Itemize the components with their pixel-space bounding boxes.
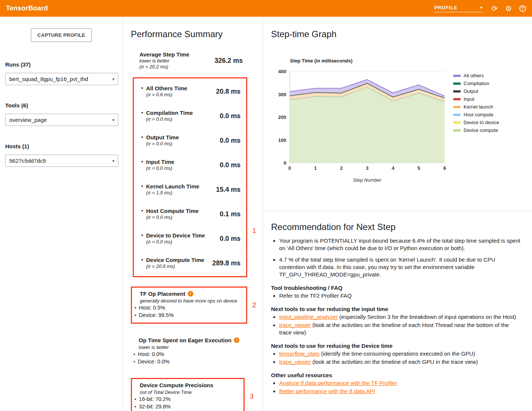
chevron-down-icon: ▾ [112, 117, 115, 123]
info-icon[interactable]: i [234, 337, 239, 343]
item-text: Refer to the TF2 Profiler FAQ [279, 292, 352, 299]
legend-item: Compilation [453, 80, 499, 87]
legend-item: All others [453, 72, 499, 80]
chevron-down-icon: ▾ [480, 5, 483, 10]
sidebar: CAPTURE PROFILE Runs (37) bert_squad_8gp… [0, 17, 123, 411]
chart-title: Step Time (in milliseconds) [290, 58, 532, 64]
svg-text:400: 400 [278, 69, 286, 74]
hosts-dropdown[interactable]: 5627c5dd7dc9 ▾ [5, 155, 118, 167]
list-item: input_pipeline_analyzer (especially Sect… [279, 313, 522, 321]
legend-item: Input [453, 95, 499, 103]
dashboard-select[interactable]: PROFILE ▾ [434, 5, 483, 12]
bullet: • [141, 208, 146, 214]
item-text: (look at the activities on the timeline … [311, 359, 478, 365]
hosts-field: Hosts (1) 5627c5dd7dc9 ▾ [5, 143, 118, 167]
metric-label: Output Time [146, 134, 179, 141]
metric-value: 0.1 ms [220, 210, 241, 218]
metric-row: • Device Compute Time (σ = 20.5 ms) 289.… [134, 251, 246, 275]
dashboard-select-value: PROFILE [434, 5, 457, 10]
metric-value: 289.8 ms [212, 259, 241, 267]
gear-icon[interactable]: ⚙ [505, 5, 512, 12]
legend-label: All others [464, 73, 484, 78]
list-item: trace_viewer (look at the activities on … [279, 321, 522, 336]
section-note: lower is better [139, 344, 263, 350]
legend-item: Device compute [453, 126, 499, 134]
tfdata-api-link[interactable]: Better performance with the tf.data API [279, 388, 375, 394]
tensorflow-stats-link[interactable]: tensorflow_stats [279, 350, 319, 357]
metric-note: lower is better [139, 58, 189, 64]
recommendation-bullet: Your program is POTENTIALLY input-bound … [279, 237, 522, 252]
metric-sigma: (σ = 20.5 ms) [146, 263, 204, 269]
metric-sigma: (σ = 0.0 ms) [146, 165, 174, 171]
metric-value: 20.8 ms [216, 88, 241, 96]
trace-viewer-link[interactable]: trace_viewer [279, 359, 311, 365]
bullet: • [141, 183, 146, 189]
list-item: Host: 0.5% [135, 304, 243, 312]
metric-value: 0.0 ms [220, 112, 241, 120]
section-heading: Next tools to use for reducing the Devic… [271, 343, 522, 349]
eager-execution-title: Op Time Spent on Eager Execution [139, 337, 232, 343]
tools-dropdown[interactable]: overview_page ▾ [5, 114, 118, 126]
svg-text:200: 200 [278, 114, 286, 120]
svg-text:5: 5 [417, 165, 420, 171]
tfdata-performance-link[interactable]: Analyze tf.data performance with the TF … [279, 380, 397, 386]
legend-label: Input [464, 96, 474, 102]
list-item: trace_viewer (look at the activities on … [279, 358, 522, 366]
runs-field: Runs (37) bert_squad_8gpu_fp16_pvt_thd ▾ [5, 61, 118, 85]
step-time-chart: 01002003004000123456Step Number [271, 67, 453, 184]
metric-sigma: (σ = 0.6 ms) [146, 92, 187, 98]
bullet: • [141, 134, 146, 140]
bullet: • [141, 257, 146, 263]
metric-value: 0.0 ms [220, 235, 241, 243]
runs-dropdown-value: bert_squad_8gpu_fp16_pvt_thd [9, 76, 88, 82]
performance-summary-title: Performance Summary [131, 29, 263, 39]
annotation-box-1: 1 • All Others Time (σ = 0.6 ms) 20.8 ms… [133, 77, 247, 277]
app-title: TensorBoard [6, 4, 48, 12]
trace-viewer-link[interactable]: trace_viewer [279, 322, 311, 328]
bullet: • [141, 110, 146, 116]
list-item: Device: 99.5% [135, 312, 243, 319]
metric-row: • Host Compute Time (σ = 0.0 ms) 0.1 ms [134, 202, 246, 226]
legend-label: Kernel launch [464, 104, 493, 110]
metric-sigma: (σ = 0.0 ms) [146, 141, 179, 147]
recommendation-bullet: 4.7 % of the total step time sampled is … [279, 256, 522, 278]
step-time-graph-title: Step-time Graph [271, 29, 532, 39]
legend-label: Compilation [464, 81, 489, 86]
section-heading: Other useful resources [271, 372, 522, 378]
svg-text:0: 0 [284, 160, 286, 166]
metric-label: Host Compute Time [146, 208, 199, 214]
eager-execution-section: Op Time Spent on Eager Execution i lower… [131, 337, 263, 365]
legend-label: Output [464, 88, 478, 94]
legend-item: Device to device [453, 119, 499, 126]
tools-label: Tools (6) [5, 102, 118, 109]
list-item: Better performance with the tf.data API [279, 388, 522, 395]
legend-label: Host compute [464, 112, 493, 117]
info-icon[interactable]: i [188, 291, 193, 297]
chevron-down-icon: ▾ [112, 158, 115, 164]
item-text: (identify the time-consuming operations … [319, 350, 475, 357]
capture-profile-button[interactable]: CAPTURE PROFILE [31, 28, 92, 42]
bullet: • [141, 232, 146, 238]
metric-row: • Kernel Launch Time (σ = 1.5 ms) 15.4 m… [134, 177, 246, 202]
legend-item: Host compute [453, 111, 499, 119]
svg-text:Step Number: Step Number [353, 177, 381, 183]
metric-label: All Others Time [146, 85, 187, 92]
tools-field: Tools (6) overview_page ▾ [5, 102, 118, 126]
metric-row: • Device to Device Time (σ = 0.0 ms) 0.0… [134, 226, 246, 251]
svg-text:300: 300 [278, 92, 286, 97]
metric-label: Input Time [146, 159, 174, 165]
legend-label: Device compute [464, 127, 498, 133]
help-icon[interactable]: ? [519, 5, 526, 12]
refresh-icon[interactable]: ⟳ [491, 5, 498, 12]
annotation-number: 1 [252, 227, 256, 235]
performance-summary-panel: Performance Summary Average Step Time lo… [123, 17, 263, 411]
metric-row: • Input Time (σ = 0.0 ms) 0.0 ms [134, 153, 246, 177]
input-pipeline-analyzer-link[interactable]: input_pipeline_analyzer [279, 314, 338, 320]
recommendation-title: Recommendation for Next Step [271, 222, 522, 232]
legend-swatch [453, 122, 461, 124]
runs-dropdown[interactable]: bert_squad_8gpu_fp16_pvt_thd ▾ [5, 73, 118, 85]
metric-label: Kernel Launch Time [146, 183, 199, 190]
metric-value: 326.2 ms [215, 57, 243, 65]
item-text: (especially Section 3 for the breakdown … [338, 314, 516, 320]
recommendation-section: Recommendation for Next Step Your progra… [263, 222, 532, 411]
